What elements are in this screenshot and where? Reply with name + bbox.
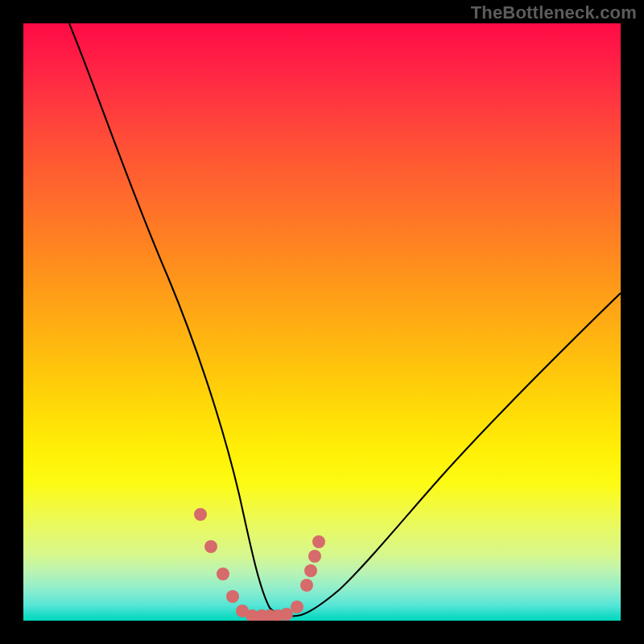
svg-point-12 — [304, 564, 317, 577]
svg-point-13 — [308, 550, 321, 563]
highlight-trough-markers — [194, 508, 325, 621]
svg-point-10 — [291, 601, 303, 613]
svg-point-3 — [226, 590, 239, 603]
svg-point-1 — [204, 540, 217, 553]
svg-point-9 — [280, 608, 293, 621]
svg-point-11 — [300, 579, 313, 592]
svg-point-2 — [217, 568, 229, 580]
watermark-text: TheBottleneck.com — [471, 2, 637, 23]
svg-point-14 — [312, 535, 325, 548]
bottleneck-curve — [69, 23, 621, 616]
curve-layer — [23, 23, 621, 621]
svg-point-0 — [194, 508, 207, 521]
chart-frame: TheBottleneck.com — [0, 0, 644, 644]
